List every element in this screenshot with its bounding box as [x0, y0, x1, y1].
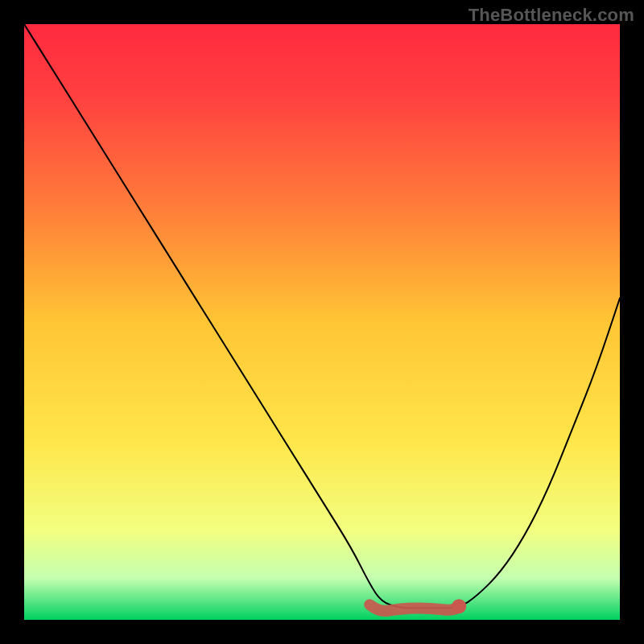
optimal-range-marker — [369, 605, 459, 611]
chart-background — [24, 24, 620, 620]
chart-frame: TheBottleneck.com — [0, 0, 644, 644]
optimal-end-dot — [452, 599, 466, 613]
site-watermark: TheBottleneck.com — [469, 5, 634, 26]
bottleneck-plot — [24, 24, 620, 620]
